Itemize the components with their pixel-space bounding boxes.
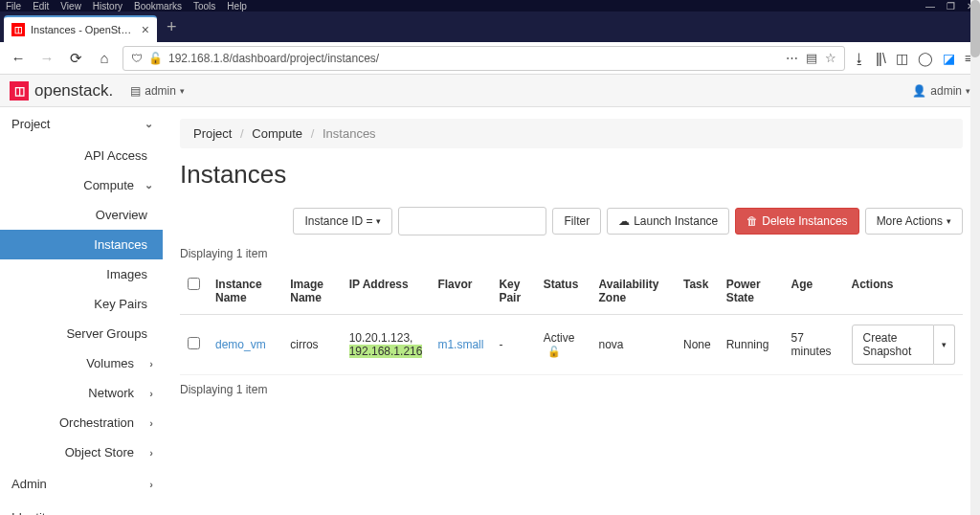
sidebar-item-instances[interactable]: Instances — [0, 230, 163, 259]
col-task: Task — [676, 268, 719, 315]
filter-mode-dropdown[interactable]: Instance ID = ▾ — [293, 208, 392, 235]
table-row: demo_vm cirros 10.20.1.123, 192.168.1.21… — [180, 315, 963, 375]
vertical-scrollbar[interactable] — [970, 0, 980, 515]
home-button[interactable]: ⌂ — [94, 48, 115, 69]
breadcrumb-current: Instances — [323, 126, 376, 141]
scrollbar-thumb[interactable] — [970, 0, 980, 57]
bookmark-star-icon[interactable]: ☆ — [825, 51, 836, 65]
sidebar-item-admin[interactable]: Admin › — [0, 467, 163, 501]
sidebar-item-overview[interactable]: Overview — [0, 200, 163, 230]
browser-tab-bar: ◫ Instances - OpenStack Dashbo × + — [0, 11, 980, 42]
create-snapshot-button[interactable]: Create Snapshot — [852, 325, 934, 365]
openstack-favicon-icon: ◫ — [11, 23, 25, 36]
extension-icon[interactable]: ◪ — [943, 51, 955, 66]
more-actions-dropdown[interactable]: More Actions ▾ — [865, 208, 963, 235]
breadcrumb-project[interactable]: Project — [193, 126, 232, 141]
filter-button[interactable]: Filter — [552, 208, 601, 235]
sidebar-item-identity[interactable]: Identity › — [0, 501, 163, 515]
col-image-name: Image Name — [282, 268, 341, 315]
more-dots-icon[interactable]: ⋯ — [786, 51, 798, 65]
chevron-right-icon: › — [149, 388, 153, 399]
menu-edit[interactable]: Edit — [33, 1, 49, 11]
chevron-down-icon: ⌄ — [145, 118, 153, 130]
menu-bookmarks[interactable]: Bookmarks — [134, 1, 182, 11]
window-maximize-icon[interactable]: ❐ — [947, 1, 955, 11]
chevron-right-icon: › — [149, 358, 153, 369]
tab-title: Instances - OpenStack Dashbo — [31, 24, 136, 35]
insecure-lock-icon: 🔓 — [148, 52, 163, 65]
window-minimize-icon[interactable]: — — [925, 1, 935, 11]
browser-tab[interactable]: ◫ Instances - OpenStack Dashbo × — [4, 15, 157, 42]
sidebar-icon[interactable]: ◫ — [896, 51, 908, 66]
downloads-icon[interactable]: ⭳ — [853, 51, 866, 66]
sidebar-item-network[interactable]: Network › — [0, 378, 163, 408]
browser-toolbar: ← → ⟳ ⌂ 🛡 🔓 192.168.1.8/dashboard/projec… — [0, 42, 980, 75]
trash-icon: 🗑 — [746, 214, 758, 228]
chevron-right-icon: › — [149, 447, 153, 459]
caret-down-icon: ▾ — [942, 340, 947, 349]
sidebar-item-compute[interactable]: Compute ⌄ — [0, 170, 163, 200]
menu-help[interactable]: Help — [227, 1, 247, 11]
launch-instance-button[interactable]: ☁ Launch Instance — [607, 208, 729, 235]
chevron-right-icon: › — [149, 512, 153, 516]
sidebar-item-key-pairs[interactable]: Key Pairs — [0, 289, 163, 319]
brand-logo[interactable]: ◫ openstack. — [10, 81, 113, 101]
col-flavor: Flavor — [430, 268, 491, 315]
row-actions-dropdown[interactable]: ▾ — [934, 325, 955, 365]
cell-age: 57 minutes — [784, 315, 844, 375]
sidebar-item-api-access[interactable]: API Access — [0, 141, 163, 170]
select-all-checkbox[interactable] — [188, 278, 200, 290]
col-ip-address: IP Address — [342, 268, 431, 315]
reload-button[interactable]: ⟳ — [65, 48, 86, 69]
sidebar-item-volumes[interactable]: Volumes › — [0, 348, 163, 378]
menu-file[interactable]: File — [6, 1, 21, 11]
cloud-upload-icon: ☁ — [618, 214, 630, 228]
delete-instances-button[interactable]: 🗑 Delete Instances — [735, 208, 858, 235]
sidebar-item-server-groups[interactable]: Server Groups — [0, 319, 163, 348]
address-bar[interactable]: 🛡 🔓 192.168.1.8/dashboard/project/instan… — [122, 46, 845, 71]
shield-icon: 🛡 — [131, 52, 143, 65]
reader-icon[interactable]: ▤ — [806, 51, 817, 65]
col-actions: Actions — [844, 268, 963, 315]
display-count-top: Displaying 1 item — [180, 247, 963, 260]
instances-toolbar: Instance ID = ▾ Filter ☁ Launch Instance… — [180, 207, 963, 235]
main-content: Project / Compute / Instances Instances … — [163, 107, 980, 515]
instance-name-link[interactable]: demo_vm — [215, 338, 266, 351]
brand-text: openstack. — [34, 81, 113, 101]
cell-task: None — [676, 315, 719, 375]
back-button[interactable]: ← — [8, 48, 29, 69]
sidebar: Project ⌄ API Access Compute ⌄ Overview … — [0, 107, 163, 515]
project-icon: ▤ — [130, 84, 141, 98]
sidebar-item-images[interactable]: Images — [0, 259, 163, 289]
user-menu[interactable]: 👤 admin ▾ — [912, 84, 970, 98]
col-status: Status — [536, 268, 591, 315]
row-checkbox[interactable] — [188, 337, 200, 349]
tab-close-icon[interactable]: × — [142, 22, 149, 37]
menu-history[interactable]: History — [93, 1, 122, 11]
chevron-down-icon: ⌄ — [145, 179, 153, 191]
cell-az: nova — [591, 315, 676, 375]
account-icon[interactable]: ◯ — [918, 51, 933, 66]
library-icon[interactable]: ǁ\ — [876, 51, 886, 66]
col-key-pair: Key Pair — [491, 268, 535, 315]
breadcrumb-compute[interactable]: Compute — [252, 126, 302, 141]
filter-input[interactable] — [398, 207, 546, 235]
project-selector[interactable]: ▤ admin ▾ — [130, 84, 185, 98]
caret-down-icon: ▾ — [376, 216, 381, 226]
forward-button[interactable]: → — [36, 48, 57, 69]
sidebar-item-project[interactable]: Project ⌄ — [0, 107, 163, 141]
caret-down-icon: ▾ — [947, 216, 951, 226]
flavor-link[interactable]: m1.small — [437, 338, 483, 351]
sidebar-item-orchestration[interactable]: Orchestration › — [0, 408, 163, 437]
sidebar-item-object-store[interactable]: Object Store › — [0, 437, 163, 467]
window-titlebar: File Edit View History Bookmarks Tools H… — [0, 0, 980, 11]
unlock-icon: 🔓 — [547, 346, 561, 357]
col-power-state: Power State — [719, 268, 784, 315]
menu-view[interactable]: View — [60, 1, 81, 11]
openstack-logo-icon: ◫ — [10, 81, 29, 101]
col-instance-name: Instance Name — [208, 268, 282, 315]
display-count-bottom: Displaying 1 item — [180, 383, 963, 396]
menu-tools[interactable]: Tools — [193, 1, 215, 11]
cell-keypair: - — [491, 315, 535, 375]
new-tab-button[interactable]: + — [157, 17, 187, 37]
